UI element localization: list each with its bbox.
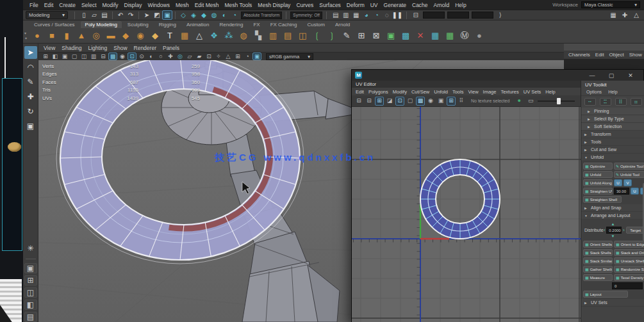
layout-shortcut-button[interactable]: ▣ (24, 263, 37, 273)
tool-button[interactable]: ◠ (24, 61, 37, 74)
transform-y-input[interactable] (447, 12, 469, 19)
last-tool-button[interactable]: ✳ (24, 243, 37, 255)
menu-set-dropdown[interactable]: Modeling▾ (26, 11, 68, 19)
arrange-button-left[interactable]: ▦Stack Similar (583, 257, 613, 264)
viewport-toolbar-icon[interactable]: ▥ (89, 52, 98, 60)
toolkit-section-header[interactable]: ▶Cut and Sew (581, 146, 644, 154)
status-icon[interactable]: ◆ (199, 10, 209, 20)
menu-item[interactable]: Mesh Tools (225, 2, 252, 8)
menu-item[interactable]: Edit (44, 2, 54, 8)
status-icon[interactable]: ▣ (162, 10, 172, 20)
selection-mode-button[interactable]: ⠭ (600, 98, 611, 106)
viewport-toolbar-icon[interactable]: ⊞ (233, 52, 242, 60)
workspace-dropdown[interactable]: Maya Classic▾ (581, 1, 640, 8)
viewport-toolbar-icon[interactable]: ◧ (51, 52, 60, 60)
viewport-toolbar-icon[interactable]: ◎ (176, 52, 185, 60)
uv-toolbar-icon[interactable]: ▣ (436, 97, 445, 106)
panel-menu-item[interactable]: Panels (163, 45, 179, 51)
uv-toolbar-icon[interactable]: ◪ (385, 97, 394, 106)
viewport-toolbar-icon[interactable]: △ (224, 52, 233, 60)
menu-item[interactable]: Edit Mesh (195, 2, 219, 8)
uv-menu-item[interactable]: Image (483, 89, 497, 95)
shelf-tool-icon[interactable]: ◍ (237, 29, 250, 42)
shelf-tool-icon[interactable]: ▣ (384, 29, 397, 42)
panel-menu-item[interactable]: Show (113, 45, 127, 51)
unfold-v-button[interactable]: V (623, 179, 632, 186)
tool-button[interactable]: ↻ (24, 105, 37, 118)
transform-mode-field[interactable]: Absolute Transform (241, 12, 282, 19)
transform-x-input[interactable] (423, 12, 445, 19)
channel-menu-item[interactable]: Show (629, 52, 642, 58)
viewport-toolbar-icon[interactable]: ⊡ (128, 52, 136, 60)
uv-menu-item[interactable]: Unfold (434, 89, 448, 95)
exposure-slider[interactable] (538, 98, 575, 104)
status-icon[interactable]: ◇ (178, 10, 188, 20)
panel-menu-item[interactable]: Renderer (134, 45, 156, 51)
viewport-toolbar-icon[interactable]: ▱ (185, 52, 194, 60)
status-icon[interactable]: ↶ (115, 10, 126, 20)
chevron-left-icon[interactable]: ‹ (604, 228, 605, 232)
status-icon[interactable]: ▱ (89, 10, 99, 20)
status-icon[interactable]: ↷ (126, 10, 136, 20)
toolkit-section-header[interactable]: ▶Transform (581, 131, 644, 138)
shelf-tab[interactable]: Rigging (154, 21, 181, 28)
unfold-tool-button[interactable]: ✎Unfold Tool (614, 171, 644, 178)
uv-menu-item[interactable]: Polygons (368, 89, 388, 95)
uv-canvas[interactable] (352, 107, 581, 322)
shelf-tool-icon[interactable]: △ (193, 29, 206, 42)
viewport-toolbar-icon[interactable]: ▩ (108, 52, 117, 60)
shelf-tool-icon[interactable]: ● (473, 29, 486, 42)
menu-item[interactable]: Generate (384, 2, 406, 8)
arrange-button-left[interactable]: ▦Orient Shells (583, 241, 613, 248)
viewport-toolbar-icon[interactable]: ◫ (79, 52, 88, 60)
panel-menu-item[interactable]: View (44, 45, 55, 51)
shelf-tool-icon[interactable]: ▦ (429, 29, 442, 42)
toolkit-section-header[interactable]: ▶Select By Type (581, 115, 644, 123)
uv-toolbar-icon[interactable]: ⠿ (457, 97, 466, 106)
uv-editor-tab[interactable]: UV Editor (352, 81, 581, 88)
status-icon[interactable]: ➤ (142, 10, 152, 20)
tool-button[interactable]: ➤ (24, 46, 37, 59)
status-icon[interactable]: ▤ (331, 10, 341, 20)
menu-item[interactable]: Display (124, 2, 142, 8)
layout-button[interactable]: ▦Layout (583, 291, 628, 298)
shelf-tool-icon[interactable]: T (163, 29, 176, 42)
viewport-toolbar-icon[interactable]: ○ (156, 52, 165, 60)
status-icon[interactable]: ▤ (99, 10, 110, 20)
shelf-tab[interactable]: FX (249, 21, 264, 28)
toolkit-menu-item[interactable]: Options (586, 90, 602, 94)
viewport-toolbar-icon[interactable]: ▣ (60, 52, 69, 60)
shelf-tool-icon[interactable]: ◆ (149, 29, 161, 42)
uv-toolbar-icon[interactable]: ⊟ (365, 97, 374, 106)
shelf-menu-icon[interactable]: ▾ (24, 31, 28, 35)
menu-item[interactable]: Windows (147, 2, 169, 8)
uv-menu-item[interactable]: Cut/Sew (411, 89, 429, 95)
input-field-mode-icon[interactable]: ⊟ (411, 10, 421, 20)
tool-button[interactable]: ▣ (24, 120, 37, 133)
arrange-button-right[interactable]: ▦Randomize Shells (614, 266, 644, 273)
channel-menu-item[interactable]: Object (609, 52, 624, 58)
layout-shortcut-button[interactable]: ▤ (24, 312, 37, 322)
menu-item[interactable]: File (29, 2, 38, 8)
shelf-tool-icon[interactable]: ▥ (267, 29, 279, 42)
shelf-tool-icon[interactable]: ◫ (296, 29, 309, 42)
viewport-toolbar-icon[interactable]: ⊙ (137, 52, 146, 60)
shelf-tab[interactable]: Arnold (331, 21, 354, 28)
section-uv-sets[interactable]: ▶UV Sets (581, 299, 644, 307)
status-icon[interactable]: ◔ (229, 10, 240, 20)
layout-shortcut-button[interactable]: ◫ (24, 287, 37, 298)
status-icon[interactable] (112, 12, 113, 19)
optimize-button[interactable]: ▦Optimize (583, 163, 613, 170)
colorspace-dropdown[interactable]: sRGB gamma▾ (266, 53, 313, 60)
uv-toolbar-icon[interactable]: ⊡ (395, 97, 404, 106)
layout-shortcut-button[interactable]: ⊞ (24, 275, 37, 286)
optimize-tool-button[interactable]: ✎Optimize Tool (614, 163, 644, 170)
expand-arrow-icon[interactable]: ⟩ (495, 10, 506, 20)
arrange-button-right[interactable]: ▦Stack and Orient (614, 249, 644, 256)
section-arrange-layout[interactable]: ▼Arrange and Layout (581, 212, 644, 220)
shelf-tool-icon[interactable]: ✎ (340, 29, 353, 42)
uv-menu-item[interactable]: View (468, 89, 478, 95)
color-management-icon[interactable]: ● (515, 97, 524, 106)
straighten-angle-field[interactable]: 30.00 (614, 188, 629, 195)
menu-item[interactable]: Cache (412, 2, 428, 8)
